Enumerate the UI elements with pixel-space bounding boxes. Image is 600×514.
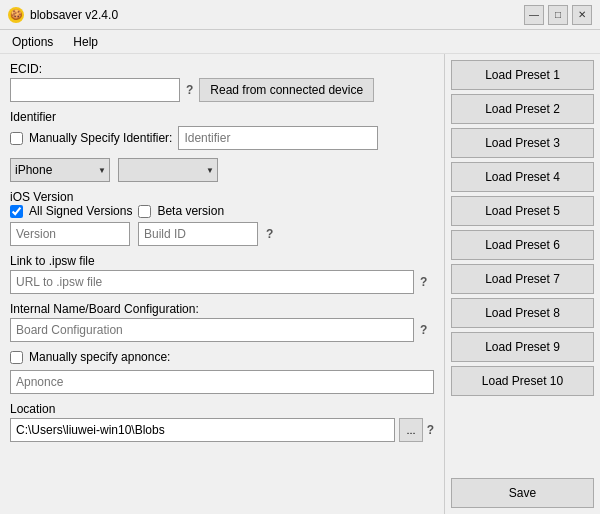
ios-version-checkbox-row: All Signed Versions Beta version	[10, 204, 434, 218]
beta-version-label: Beta version	[157, 204, 224, 218]
build-id-input[interactable]	[138, 222, 258, 246]
board-config-group: Internal Name/Board Configuration: ?	[10, 302, 434, 342]
read-device-button[interactable]: Read from connected device	[199, 78, 374, 102]
load-preset-1-button[interactable]: Load Preset 1	[451, 60, 594, 90]
device-type-select[interactable]: iPhone iPad iPod Apple TV	[10, 158, 110, 182]
title-bar: 🍪 blobsaver v2.4.0 — □ ✕	[0, 0, 600, 30]
board-config-help-icon[interactable]: ?	[420, 323, 427, 337]
location-group: Location ... ?	[10, 402, 434, 442]
ios-version-group: iOS Version All Signed Versions Beta ver…	[10, 190, 434, 246]
load-preset-8-button[interactable]: Load Preset 8	[451, 298, 594, 328]
main-container: ECID: ? Read from connected device Ident…	[0, 54, 600, 514]
location-label: Location	[10, 402, 434, 416]
load-preset-2-button[interactable]: Load Preset 2	[451, 94, 594, 124]
manually-specify-label: Manually Specify Identifier:	[29, 131, 172, 145]
all-signed-label: All Signed Versions	[29, 204, 132, 218]
device-type-wrapper: iPhone iPad iPod Apple TV	[10, 158, 110, 182]
close-button[interactable]: ✕	[572, 5, 592, 25]
board-config-label: Internal Name/Board Configuration:	[10, 302, 434, 316]
minimize-button[interactable]: —	[524, 5, 544, 25]
load-preset-3-button[interactable]: Load Preset 3	[451, 128, 594, 158]
ecid-input[interactable]	[10, 78, 180, 102]
load-preset-5-button[interactable]: Load Preset 5	[451, 196, 594, 226]
menu-options[interactable]: Options	[8, 33, 57, 51]
location-help-icon[interactable]: ?	[427, 423, 434, 437]
load-preset-6-button[interactable]: Load Preset 6	[451, 230, 594, 260]
ipsw-row: ?	[10, 270, 434, 294]
ios-version-help-icon[interactable]: ?	[266, 227, 273, 241]
ipsw-help-icon[interactable]: ?	[420, 275, 427, 289]
apnonce-input[interactable]	[10, 370, 434, 394]
identifier-checkbox-row: Manually Specify Identifier:	[10, 126, 434, 150]
save-button[interactable]: Save	[451, 478, 594, 508]
identifier-input[interactable]	[178, 126, 378, 150]
version-input[interactable]	[10, 222, 130, 246]
load-preset-9-button[interactable]: Load Preset 9	[451, 332, 594, 362]
location-row: ... ?	[10, 418, 434, 442]
maximize-button[interactable]: □	[548, 5, 568, 25]
app-icon: 🍪	[8, 7, 24, 23]
ipsw-input[interactable]	[10, 270, 414, 294]
device-type-row: iPhone iPad iPod Apple TV	[10, 158, 434, 182]
load-preset-10-button[interactable]: Load Preset 10	[451, 366, 594, 396]
preset-buttons-container: Load Preset 1 Load Preset 2 Load Preset …	[451, 60, 594, 396]
apnonce-group: Manually specify apnonce:	[10, 350, 434, 394]
menu-help[interactable]: Help	[69, 33, 102, 51]
browse-button[interactable]: ...	[399, 418, 422, 442]
board-config-row: ?	[10, 318, 434, 342]
manually-specify-checkbox[interactable]	[10, 132, 23, 145]
load-preset-7-button[interactable]: Load Preset 7	[451, 264, 594, 294]
board-config-input[interactable]	[10, 318, 414, 342]
ecid-group: ECID: ? Read from connected device	[10, 62, 434, 102]
menu-bar: Options Help	[0, 30, 600, 54]
left-panel: ECID: ? Read from connected device Ident…	[0, 54, 445, 514]
beta-version-checkbox[interactable]	[138, 205, 151, 218]
title-bar-controls: — □ ✕	[524, 5, 592, 25]
identifier-label: Identifier	[10, 110, 434, 124]
ecid-row: ? Read from connected device	[10, 78, 434, 102]
ecid-label: ECID:	[10, 62, 434, 76]
title-bar-text: blobsaver v2.4.0	[30, 8, 524, 22]
location-input[interactable]	[10, 418, 395, 442]
model-wrapper	[118, 158, 218, 182]
model-select[interactable]	[118, 158, 218, 182]
apnonce-checkbox-label: Manually specify apnonce:	[29, 350, 170, 364]
load-preset-4-button[interactable]: Load Preset 4	[451, 162, 594, 192]
ipsw-label: Link to .ipsw file	[10, 254, 434, 268]
apnonce-checkbox-row: Manually specify apnonce:	[10, 350, 434, 364]
apnonce-checkbox[interactable]	[10, 351, 23, 364]
all-signed-checkbox[interactable]	[10, 205, 23, 218]
ecid-help-icon[interactable]: ?	[186, 83, 193, 97]
right-panel: Load Preset 1 Load Preset 2 Load Preset …	[445, 54, 600, 514]
identifier-group: Identifier Manually Specify Identifier:	[10, 110, 434, 150]
ios-version-label: iOS Version	[10, 190, 73, 204]
ipsw-group: Link to .ipsw file ?	[10, 254, 434, 294]
ios-version-inputs: ?	[10, 222, 434, 246]
